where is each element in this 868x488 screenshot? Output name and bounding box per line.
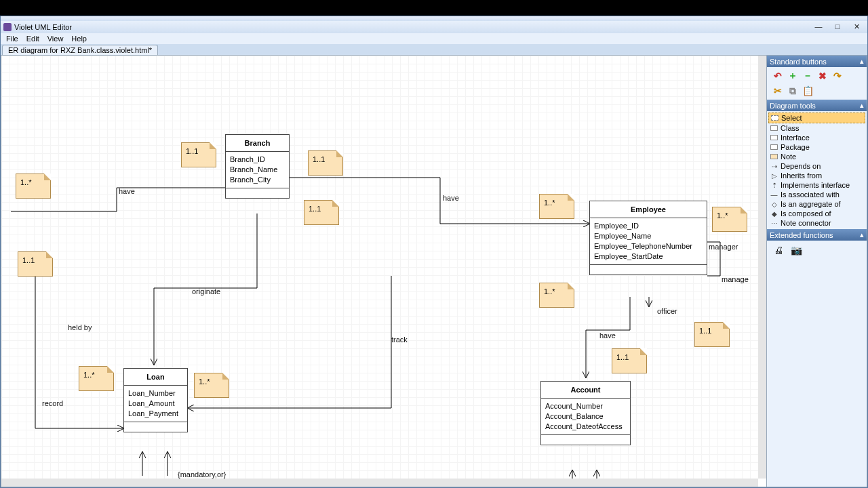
minimize-button[interactable]: —: [809, 21, 828, 32]
panel-standard-header[interactable]: Standard buttons▴: [767, 56, 867, 67]
class-loan[interactable]: Loan Loan_Number Loan_Amount Loan_Paymen…: [123, 368, 188, 432]
menubar: File Edit View Help: [1, 33, 867, 44]
note[interactable]: 1..1: [304, 200, 339, 225]
panel-tools-header[interactable]: Diagram tools▴: [767, 100, 867, 111]
tool-aggregate[interactable]: ◇Is an aggregate of: [768, 199, 865, 209]
tool-select[interactable]: Select: [768, 113, 865, 123]
print-icon[interactable]: 🖨: [772, 245, 785, 256]
class-attrs: Account_Number Account_Balance Account_D…: [541, 399, 630, 435]
edge-label: record: [42, 399, 63, 407]
document-tab[interactable]: ER diagram for RXZ Bank.class.violet.htm…: [2, 45, 158, 55]
remove-icon[interactable]: －: [802, 70, 813, 81]
titlebar-top: [1, 16, 867, 21]
note[interactable]: 1..1: [181, 142, 216, 167]
add-icon[interactable]: ＋: [787, 70, 798, 81]
class-attrs: Loan_Number Loan_Amount Loan_Payment: [124, 386, 187, 422]
diagram-canvas[interactable]: Branch Branch_ID Branch_Name Branch_City…: [1, 56, 758, 479]
close-button[interactable]: ✕: [847, 21, 866, 32]
attr: Branch_ID: [230, 155, 285, 165]
collapse-icon: ▴: [860, 57, 864, 66]
note[interactable]: 1..*: [194, 373, 229, 398]
tool-note[interactable]: Note: [768, 152, 865, 161]
class-employee[interactable]: Employee Employee_ID Employee_Name Emplo…: [589, 201, 707, 275]
app-icon: [3, 23, 12, 31]
note[interactable]: 1..*: [16, 174, 51, 199]
class-name: Loan: [124, 369, 187, 386]
tool-implements[interactable]: ⇡Implements interface: [768, 180, 865, 190]
tool-associated[interactable]: —Is associated with: [768, 190, 865, 199]
attr: Loan_Payment: [128, 409, 183, 419]
edge-label: originate: [192, 287, 220, 296]
collapse-icon: ▴: [860, 230, 864, 239]
tabbar: ER diagram for RXZ Bank.class.violet.htm…: [1, 44, 867, 55]
edge-label: manager: [709, 243, 738, 251]
attr: Branch_Name: [230, 165, 285, 175]
note[interactable]: 1..1: [694, 322, 730, 347]
edge-label: officer: [657, 307, 677, 315]
delete-icon[interactable]: ✖: [817, 70, 828, 81]
class-account[interactable]: Account Account_Number Account_Balance A…: [540, 381, 631, 445]
attr: Account_Balance: [545, 411, 626, 422]
maximize-button[interactable]: □: [828, 21, 847, 32]
attr: Account_DateofAccess: [545, 422, 626, 432]
tool-inherits[interactable]: ▷Inherits from: [768, 171, 865, 180]
panel-extended-header[interactable]: Extended functions▴: [767, 229, 867, 241]
cut-icon[interactable]: ✂: [772, 85, 783, 96]
vertical-scrollbar[interactable]: [758, 56, 766, 479]
class-attrs: Employee_ID Employee_Name Employee_Telep…: [590, 218, 707, 265]
canvas-wrap: Branch Branch_ID Branch_Name Branch_City…: [1, 55, 767, 487]
side-panel: Standard buttons▴ ↶ ＋ － ✖ ↷ ✂ ⧉ 📋 Diagra…: [767, 55, 867, 487]
edge-label: have: [119, 187, 135, 195]
edge-label: have: [599, 331, 616, 340]
menu-help[interactable]: Help: [67, 34, 91, 43]
menu-file[interactable]: File: [2, 34, 22, 43]
note[interactable]: 1..1: [308, 150, 343, 176]
class-name: Account: [541, 382, 630, 399]
edge-label: track: [391, 336, 408, 344]
snapshot-icon[interactable]: 📷: [790, 245, 802, 256]
attr: Loan_Number: [128, 388, 183, 399]
edge-label: held by: [68, 323, 92, 331]
tool-note-connector[interactable]: ⋯Note connector: [768, 218, 865, 228]
constraint-label: {mandatory,or}: [178, 470, 226, 479]
menu-edit[interactable]: Edit: [22, 34, 43, 43]
edge-label: manage: [722, 275, 749, 283]
note[interactable]: 1..*: [539, 283, 574, 308]
attr: Branch_City: [230, 175, 285, 185]
attr: Employee_ID: [594, 221, 703, 231]
edge-label: have: [443, 194, 459, 202]
note[interactable]: 1..*: [712, 207, 747, 232]
menu-view[interactable]: View: [43, 34, 68, 43]
note[interactable]: 1..*: [539, 194, 574, 219]
attr: Loan_Amount: [128, 399, 183, 409]
redo-icon[interactable]: ↷: [832, 70, 843, 81]
note[interactable]: 1..1: [18, 251, 53, 277]
attr: Employee_TelephoneNumber: [594, 241, 703, 251]
paste-icon[interactable]: 📋: [802, 85, 813, 96]
class-name: Employee: [590, 201, 707, 218]
class-attrs: Branch_ID Branch_Name Branch_City: [226, 152, 289, 188]
tool-depends[interactable]: ⇢Depends on: [768, 161, 865, 171]
attr: Employee_Name: [594, 231, 703, 241]
tool-composed[interactable]: ◆Is composed of: [768, 209, 865, 218]
note[interactable]: 1..*: [79, 366, 114, 391]
class-name: Branch: [226, 135, 289, 152]
class-branch[interactable]: Branch Branch_ID Branch_Name Branch_City: [225, 134, 290, 199]
tool-class[interactable]: Class: [768, 123, 865, 133]
undo-icon[interactable]: ↶: [772, 70, 783, 81]
app-window: Violet UML Editor — □ ✕ File Edit View H…: [0, 16, 868, 488]
tool-interface[interactable]: Interface: [768, 133, 865, 142]
collapse-icon: ▴: [860, 101, 864, 110]
titlebar: Violet UML Editor — □ ✕: [1, 21, 867, 33]
attr: Employee_StartDate: [594, 251, 703, 262]
attr: Account_Number: [545, 401, 626, 411]
note[interactable]: 1..1: [612, 348, 647, 373]
horizontal-scrollbar[interactable]: [1, 479, 758, 487]
copy-icon[interactable]: ⧉: [787, 85, 798, 96]
tool-package[interactable]: Package: [768, 142, 865, 152]
window-title: Violet UML Editor: [14, 23, 72, 31]
